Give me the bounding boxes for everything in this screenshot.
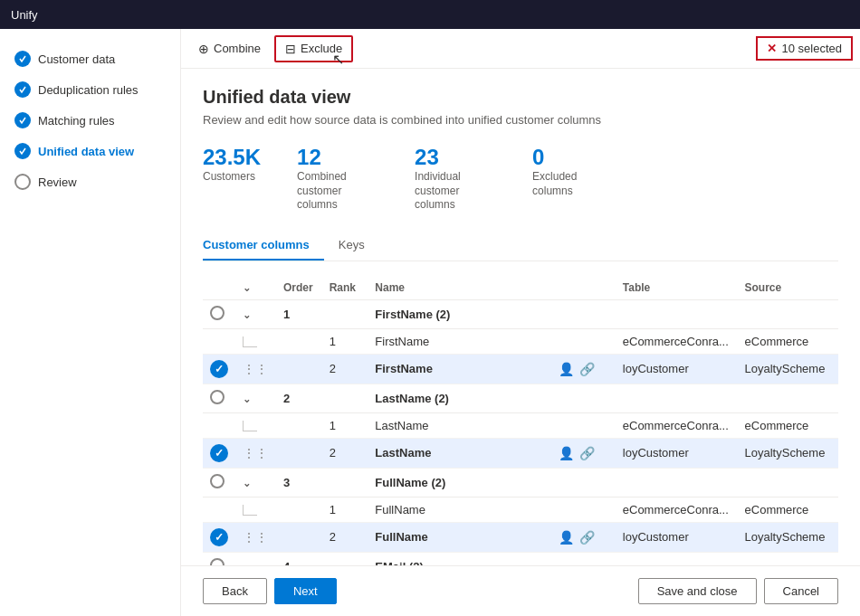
row-name: LastName: [368, 438, 551, 468]
exclude-button[interactable]: ⊟ Exclude ↖: [274, 35, 353, 62]
row-order: 2: [276, 384, 322, 412]
footer-right: Save and close Cancel: [638, 578, 838, 604]
back-button[interactable]: Back: [203, 578, 267, 604]
row-icons: [551, 412, 616, 438]
row-drag: ⋮⋮: [235, 522, 276, 552]
sidebar-item-unified-data-view[interactable]: Unified data view: [0, 136, 180, 166]
main-layout: Customer data Deduplication rules Matchi…: [0, 29, 860, 616]
sidebar-item-deduplication-rules[interactable]: Deduplication rules: [0, 74, 180, 105]
sidebar-label-customer-data: Customer data: [38, 52, 115, 66]
chevron-down-icon: ⌄: [243, 478, 251, 488]
row-order: [276, 497, 322, 522]
row-table: eCommerceConra...: [616, 328, 738, 354]
row-table: eCommerceConra...: [616, 497, 738, 522]
exclude-icon: ⊟: [285, 42, 296, 56]
chevron-down-icon: ⌄: [243, 282, 251, 293]
row-rank: [322, 468, 368, 497]
combine-icon: ⊕: [198, 42, 209, 56]
row-check[interactable]: [203, 438, 235, 468]
tree-line: [243, 505, 257, 516]
check-circle-matching-rules: [14, 112, 31, 128]
row-chevron[interactable]: ⌄: [235, 468, 276, 497]
th-source: Source: [738, 276, 838, 300]
th-chevron: ⌄: [235, 276, 276, 300]
sidebar-item-matching-rules[interactable]: Matching rules: [0, 105, 180, 136]
check-filled-icon[interactable]: [210, 444, 228, 462]
row-rank: 1: [322, 412, 368, 438]
row-check[interactable]: [203, 522, 235, 552]
link-icon[interactable]: 🔗: [579, 446, 595, 460]
link-icon[interactable]: 🔗: [579, 362, 595, 376]
row-order: [276, 412, 322, 438]
radio-button[interactable]: [210, 558, 225, 565]
th-name: Name: [368, 276, 551, 300]
sidebar-item-customer-data[interactable]: Customer data: [0, 43, 180, 74]
row-chevron[interactable]: ⌄: [235, 299, 276, 328]
row-rank: 2: [322, 354, 368, 384]
radio-button[interactable]: [210, 390, 225, 404]
drag-handle-icon[interactable]: ⋮⋮: [243, 530, 268, 545]
row-name: FirstName: [368, 328, 551, 354]
row-check[interactable]: [203, 552, 235, 565]
stat-individual-value: 23: [415, 145, 496, 170]
combine-button[interactable]: ⊕ Combine: [188, 36, 271, 62]
person-icon[interactable]: 👤: [559, 530, 574, 545]
row-check[interactable]: [203, 468, 235, 497]
check-circle-unified-data-view: [14, 143, 31, 159]
row-order: [276, 438, 322, 468]
check-circle-customer-data: [14, 51, 31, 67]
row-source: LoyaltyScheme: [738, 354, 838, 384]
customer-columns-table: ⌄ Order Rank Name Table Source ⌄: [203, 276, 838, 565]
row-check[interactable]: [203, 299, 235, 328]
sidebar-label-unified-data-view: Unified data view: [38, 145, 134, 158]
person-icon[interactable]: 👤: [559, 362, 574, 376]
table-row: ⋮⋮ 2 LastName 👤 🔗 loyCustomer LoyaltySch…: [203, 438, 838, 468]
page-title: Unified data view: [203, 87, 838, 108]
th-table: Table: [616, 276, 738, 300]
row-icons: 👤 🔗: [551, 438, 616, 468]
row-rank: 2: [322, 522, 368, 552]
save-close-button[interactable]: Save and close: [638, 578, 757, 604]
empty-circle-review: [14, 174, 31, 190]
table-row: ⌄ 1 FirstName (2): [203, 299, 838, 328]
row-icons: 👤 🔗: [551, 522, 616, 552]
tab-customer-columns[interactable]: Customer columns: [203, 231, 324, 261]
row-source: LoyaltyScheme: [738, 438, 838, 468]
radio-button[interactable]: [210, 306, 225, 320]
row-chevron[interactable]: ⌄: [235, 384, 276, 412]
table-row: 1 LastName eCommerceConra... eCommerce: [203, 412, 838, 438]
content-area: ⊕ Combine ⊟ Exclude ↖ ✕ 10 selected: [181, 29, 860, 616]
person-icon[interactable]: 👤: [559, 446, 574, 460]
row-name: LastName (2): [368, 384, 838, 412]
link-icon[interactable]: 🔗: [579, 530, 595, 545]
tab-keys[interactable]: Keys: [324, 231, 379, 261]
radio-button[interactable]: [210, 474, 225, 488]
row-order: [276, 354, 322, 384]
sidebar-item-review[interactable]: Review: [0, 166, 180, 197]
row-rank: 1: [322, 497, 368, 522]
cancel-button[interactable]: Cancel: [764, 578, 838, 604]
row-action-icons: 👤 🔗: [559, 446, 608, 460]
row-name: FullName: [368, 522, 551, 552]
row-name: FullName: [368, 497, 551, 522]
row-icons: 👤 🔗: [551, 354, 616, 384]
stat-combined-value: 12: [297, 145, 378, 170]
page-subtitle: Review and edit how source data is combi…: [203, 113, 838, 127]
row-order: [276, 328, 322, 354]
row-source: LoyaltyScheme: [738, 522, 838, 552]
check-filled-icon[interactable]: [210, 528, 228, 546]
combine-label: Combine: [214, 42, 261, 55]
row-source: eCommerce: [738, 328, 838, 354]
selected-badge: ✕ 10 selected: [756, 36, 854, 61]
check-filled-icon[interactable]: [210, 360, 228, 378]
drag-handle-icon[interactable]: ⋮⋮: [243, 446, 268, 460]
drag-handle-icon[interactable]: ⋮⋮: [243, 362, 268, 376]
table-row: ⌄ 2 LastName (2): [203, 384, 838, 412]
footer: Back Next Save and close Cancel: [181, 565, 860, 616]
row-table: eCommerceConra...: [616, 412, 738, 438]
row-check[interactable]: [203, 354, 235, 384]
row-check[interactable]: [203, 384, 235, 412]
row-source: eCommerce: [738, 412, 838, 438]
row-chevron[interactable]: ⌄: [235, 552, 276, 565]
next-button[interactable]: Next: [274, 578, 337, 604]
